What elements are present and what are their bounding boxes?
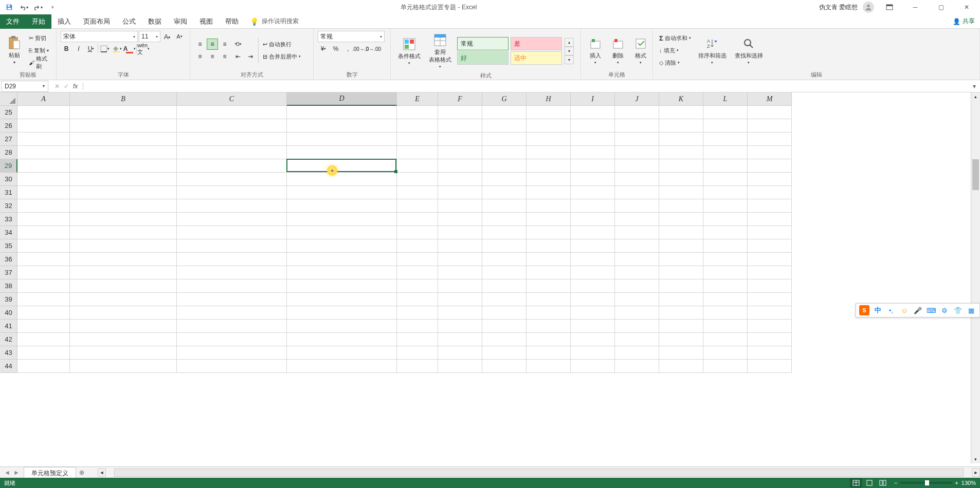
column-header-E[interactable]: E [397,92,438,106]
cell[interactable] [17,320,70,333]
cancel-formula-button[interactable]: ✕ [55,83,60,90]
cell[interactable] [703,253,748,266]
row-header-34[interactable]: 34 [0,226,17,239]
column-header-L[interactable]: L [703,92,748,106]
cell[interactable] [748,213,792,226]
cell[interactable] [70,333,177,346]
cell[interactable] [659,199,703,213]
cell[interactable] [17,346,70,360]
cell[interactable] [287,173,397,186]
cell[interactable] [571,346,615,360]
style-neutral[interactable]: 适中 [511,51,562,65]
cell[interactable] [615,239,659,253]
fill-color-button[interactable]: ▾ [112,43,123,54]
cell[interactable] [703,333,748,346]
cell[interactable] [527,293,571,306]
cell[interactable] [659,146,703,159]
cell[interactable] [397,306,438,320]
cell[interactable] [287,293,397,306]
cell[interactable] [17,119,70,133]
cell[interactable] [397,320,438,333]
cell[interactable] [397,293,438,306]
zoom-level[interactable]: 130% [961,480,976,486]
row-header-30[interactable]: 30 [0,173,17,186]
cell[interactable] [17,106,70,119]
user-name[interactable]: 伪文青 爱瞎想 [819,3,858,12]
cell[interactable] [177,239,287,253]
cell[interactable] [482,213,527,226]
cell[interactable] [70,226,177,239]
cell[interactable] [659,106,703,119]
cell[interactable] [397,346,438,360]
font-family-combo[interactable]: 宋体▾ [61,31,138,42]
cell[interactable] [397,159,438,173]
cell[interactable] [397,173,438,186]
column-header-B[interactable]: B [70,92,177,106]
scroll-up-button[interactable]: ▴ [971,92,980,101]
worksheet-grid[interactable]: ABCDEFGHIJKLM 25262728293031323334353637… [0,92,971,474]
align-top-button[interactable]: ≡ [194,39,206,50]
autosum-button[interactable]: Σ自动求和▾ [657,32,693,44]
cell[interactable] [397,279,438,293]
cell[interactable] [659,213,703,226]
cell[interactable] [287,133,397,146]
row-header-31[interactable]: 31 [0,186,17,199]
cell[interactable] [659,226,703,239]
zoom-out-button[interactable]: − [894,480,897,486]
save-button[interactable] [3,1,15,13]
cell[interactable] [17,226,70,239]
cell[interactable] [703,239,748,253]
tab-data[interactable]: 数据 [142,14,168,29]
close-button[interactable]: ✕ [956,0,977,14]
cell[interactable] [703,133,748,146]
hscroll-right-button[interactable]: ► [972,468,980,477]
decrease-font-button[interactable]: A▾ [174,31,185,42]
row-header-39[interactable]: 39 [0,293,17,306]
cell[interactable] [17,266,70,279]
page-layout-view-button[interactable] [863,478,876,487]
cell[interactable] [571,279,615,293]
ime-settings-button[interactable]: ⚙ [939,305,950,315]
cell[interactable] [659,360,703,373]
cell[interactable] [17,333,70,346]
cell[interactable] [177,159,287,173]
cell[interactable] [70,133,177,146]
select-all-button[interactable] [0,92,17,106]
cell[interactable] [438,186,482,199]
cell[interactable] [397,253,438,266]
cell[interactable] [615,199,659,213]
cell[interactable] [70,146,177,159]
cell[interactable] [287,239,397,253]
cell[interactable] [748,159,792,173]
cell[interactable] [615,173,659,186]
cell[interactable] [438,159,482,173]
name-box[interactable]: D29 ▾ [1,81,48,92]
style-good[interactable]: 好 [457,51,509,65]
increase-indent-button[interactable]: ⇥ [245,51,256,62]
cell[interactable] [438,346,482,360]
cell[interactable] [615,333,659,346]
cell[interactable] [615,293,659,306]
cell[interactable] [177,106,287,119]
cell[interactable] [571,213,615,226]
cell[interactable] [748,279,792,293]
cell[interactable] [615,253,659,266]
cell[interactable] [527,199,571,213]
row-header-40[interactable]: 40 [0,306,17,320]
cell[interactable] [615,133,659,146]
cell[interactable] [70,173,177,186]
cell[interactable] [70,119,177,133]
maximize-button[interactable]: ▢ [931,0,951,14]
row-header-36[interactable]: 36 [0,253,17,266]
cell[interactable] [397,360,438,373]
tell-me-search[interactable]: 💡 操作说明搜索 [250,17,299,26]
cell[interactable] [482,146,527,159]
cell[interactable] [177,133,287,146]
cell[interactable] [177,293,287,306]
cell[interactable] [397,106,438,119]
cell[interactable] [527,213,571,226]
cell[interactable] [17,199,70,213]
cell[interactable] [287,159,397,173]
cell[interactable] [287,213,397,226]
borders-button[interactable]: ▾ [99,43,111,54]
